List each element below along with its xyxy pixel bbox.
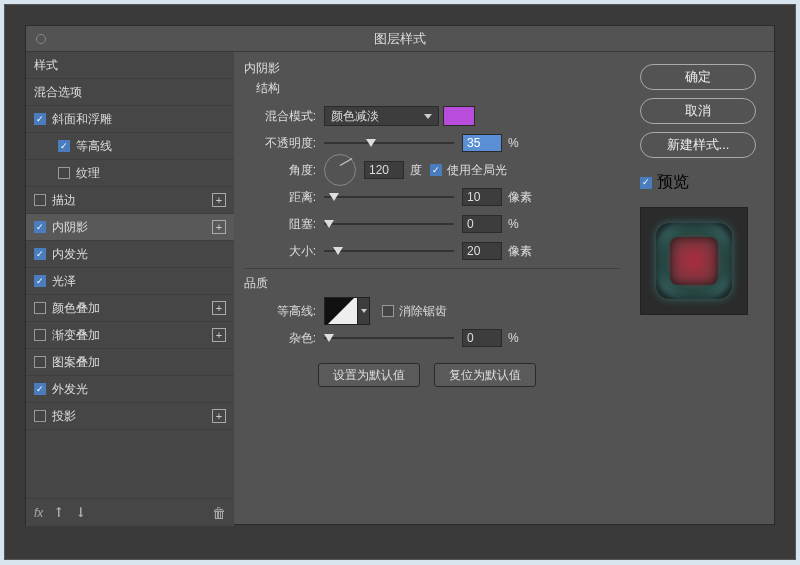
move-up-icon[interactable]: 🠕 [53,506,65,520]
add-effect-icon[interactable]: + [212,193,226,207]
effect-color-overlay[interactable]: 颜色叠加 + [26,295,234,322]
angle-dial[interactable] [324,154,356,186]
section-title: 内阴影 [244,60,630,77]
styles-header[interactable]: 样式 [26,52,234,79]
effect-stroke[interactable]: 描边 + [26,187,234,214]
blend-mode-label: 混合模式: [244,108,324,125]
opacity-slider[interactable] [324,137,454,149]
noise-slider[interactable] [324,332,454,344]
effect-inner-glow[interactable]: 内发光 [26,241,234,268]
antialias-label: 消除锯齿 [399,303,447,320]
effect-outer-glow[interactable]: 外发光 [26,376,234,403]
checkbox-icon[interactable] [58,167,70,179]
global-light-label: 使用全局光 [447,162,507,179]
quality-label: 品质 [244,275,630,292]
checkbox-icon[interactable] [58,140,70,152]
preview-checkbox[interactable] [640,177,652,189]
opacity-input[interactable]: 35 [462,134,502,152]
effects-panel: 样式 混合选项 斜面和浮雕 等高线 纹理 [26,52,234,526]
action-panel: 确定 取消 新建样式... 预览 [630,52,774,526]
checkbox-icon[interactable] [34,221,46,233]
angle-label: 角度: [244,162,324,179]
checkbox-icon[interactable] [34,113,46,125]
distance-unit: 像素 [508,189,532,206]
effect-bevel-emboss[interactable]: 斜面和浮雕 [26,106,234,133]
checkbox-icon[interactable] [34,383,46,395]
noise-input[interactable]: 0 [462,329,502,347]
checkbox-icon[interactable] [34,248,46,260]
size-input[interactable]: 20 [462,242,502,260]
effect-contour[interactable]: 等高线 [26,133,234,160]
size-unit: 像素 [508,243,532,260]
layer-style-dialog: 图层样式 样式 混合选项 斜面和浮雕 等高线 [25,25,775,525]
checkbox-icon[interactable] [34,194,46,206]
effect-gradient-overlay[interactable]: 渐变叠加 + [26,322,234,349]
checkbox-icon[interactable] [34,356,46,368]
effect-inner-shadow[interactable]: 内阴影 + [26,214,234,241]
checkbox-icon[interactable] [34,302,46,314]
angle-input[interactable]: 120 [364,161,404,179]
trash-icon[interactable]: 🗑 [212,505,226,521]
contour-picker[interactable] [324,297,358,325]
move-down-icon[interactable]: 🠗 [75,506,87,520]
distance-label: 距离: [244,189,324,206]
choke-slider[interactable] [324,218,454,230]
size-label: 大小: [244,243,324,260]
effect-pattern-overlay[interactable]: 图案叠加 [26,349,234,376]
dialog-title: 图层样式 [374,31,426,46]
settings-panel: 内阴影 结构 混合模式: 颜色减淡 不透明度: 35 % 角度: 120 [234,52,630,526]
reset-default-button[interactable]: 复位为默认值 [434,363,536,387]
size-slider[interactable] [324,245,454,257]
preview-thumbnail [640,207,748,315]
blending-options[interactable]: 混合选项 [26,79,234,106]
add-effect-icon[interactable]: + [212,220,226,234]
opacity-label: 不透明度: [244,135,324,152]
preview-label: 预览 [657,172,689,193]
choke-label: 阻塞: [244,216,324,233]
noise-label: 杂色: [244,330,324,347]
color-swatch[interactable] [443,106,475,126]
new-style-button[interactable]: 新建样式... [640,132,756,158]
global-light-checkbox[interactable] [430,164,442,176]
effect-drop-shadow[interactable]: 投影 + [26,403,234,430]
checkbox-icon[interactable] [34,329,46,341]
choke-input[interactable]: 0 [462,215,502,233]
set-default-button[interactable]: 设置为默认值 [318,363,420,387]
noise-unit: % [508,331,519,345]
cancel-button[interactable]: 取消 [640,98,756,124]
contour-dropdown-icon[interactable] [358,297,370,325]
contour-label: 等高线: [244,303,324,320]
opacity-unit: % [508,136,519,150]
ok-button[interactable]: 确定 [640,64,756,90]
antialias-checkbox[interactable] [382,305,394,317]
distance-slider[interactable] [324,191,454,203]
add-effect-icon[interactable]: + [212,328,226,342]
choke-unit: % [508,217,519,231]
titlebar: 图层样式 [26,26,774,52]
blend-mode-select[interactable]: 颜色减淡 [324,106,439,126]
effect-texture[interactable]: 纹理 [26,160,234,187]
add-effect-icon[interactable]: + [212,301,226,315]
effect-satin[interactable]: 光泽 [26,268,234,295]
checkbox-icon[interactable] [34,410,46,422]
angle-unit: 度 [410,162,422,179]
window-control-icon[interactable] [36,34,46,44]
add-effect-icon[interactable]: + [212,409,226,423]
checkbox-icon[interactable] [34,275,46,287]
fx-menu-icon[interactable]: fx [34,506,43,520]
structure-label: 结构 [256,80,630,97]
distance-input[interactable]: 10 [462,188,502,206]
